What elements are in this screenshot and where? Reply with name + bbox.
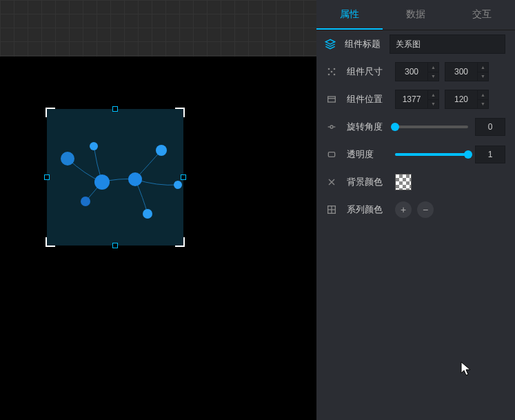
nodes-icon [316, 66, 347, 77]
label-rotation: 旋转角度 [347, 121, 395, 133]
svg-point-5 [143, 209, 152, 219]
svg-point-9 [334, 68, 336, 70]
width-input[interactable]: 300 ▲▼ [395, 62, 439, 81]
svg-point-6 [156, 145, 167, 156]
bgcolor-swatch[interactable] [395, 174, 412, 190]
step-down-icon[interactable]: ▼ [478, 100, 488, 109]
row-size: 组件尺寸 300 ▲▼ 300 ▲▼ [316, 58, 515, 86]
label-size: 组件尺寸 [347, 66, 395, 78]
selection-corner[interactable] [175, 108, 185, 117]
resize-handle[interactable] [44, 174, 50, 180]
slider-thumb[interactable] [464, 150, 472, 159]
rotation-slider[interactable] [395, 126, 468, 128]
svg-point-15 [330, 126, 333, 128]
title-input[interactable] [390, 34, 505, 54]
svg-point-1 [90, 142, 98, 150]
selection-corner[interactable] [175, 237, 185, 247]
label-title: 组件标题 [345, 38, 390, 50]
selection-corner[interactable] [46, 237, 55, 247]
step-up-icon[interactable]: ▲ [428, 90, 438, 100]
label-position: 组件位置 [347, 93, 395, 106]
svg-point-0 [61, 152, 74, 166]
height-input[interactable]: 300 ▲▼ [445, 62, 489, 81]
opacity-icon [316, 149, 347, 160]
step-down-icon[interactable]: ▼ [428, 72, 438, 81]
row-rotation: 旋转角度 0 [316, 113, 515, 141]
row-series-color: 系列颜色 + − [316, 196, 515, 223]
step-up-icon[interactable]: ▲ [428, 63, 438, 72]
tools-icon [316, 177, 347, 188]
opacity-slider[interactable] [395, 153, 468, 156]
label-opacity: 透明度 [347, 148, 395, 161]
resize-handle[interactable] [112, 243, 118, 248]
remove-series-color-button[interactable]: − [417, 201, 434, 218]
step-down-icon[interactable]: ▼ [428, 100, 438, 109]
svg-point-7 [174, 181, 182, 189]
row-position: 组件位置 1377 ▲▼ 120 ▲▼ [316, 86, 515, 113]
label-bgcolor: 背景颜色 [347, 176, 395, 188]
position-icon [316, 94, 347, 105]
selected-component[interactable] [47, 109, 183, 246]
svg-point-3 [94, 174, 110, 190]
svg-point-10 [328, 74, 330, 76]
tab-data[interactable]: 数据 [383, 0, 449, 30]
tab-interact[interactable]: 交互 [449, 0, 515, 30]
svg-rect-13 [328, 97, 336, 102]
step-up-icon[interactable]: ▲ [478, 63, 488, 72]
svg-point-4 [128, 172, 142, 186]
rotate-icon [316, 121, 347, 132]
svg-point-12 [331, 71, 333, 73]
resize-handle[interactable] [181, 174, 186, 180]
row-bgcolor: 背景颜色 [316, 168, 515, 196]
layers-icon [316, 39, 345, 50]
svg-point-2 [81, 197, 90, 206]
properties-list: 组件标题 组件尺寸 300 ▲▼ 300 ▲▼ [316, 30, 515, 420]
grid-icon [316, 204, 347, 215]
canvas-area[interactable] [0, 0, 316, 420]
row-title: 组件标题 [316, 30, 515, 58]
rotation-value[interactable]: 0 [475, 118, 505, 136]
row-opacity: 透明度 1 [316, 141, 515, 168]
label-series-color: 系列颜色 [347, 203, 395, 216]
relation-graph-preview [47, 109, 183, 246]
selection-corner[interactable] [46, 108, 55, 117]
svg-point-8 [328, 68, 330, 70]
svg-rect-18 [328, 152, 334, 157]
resize-handle[interactable] [112, 106, 118, 112]
x-input[interactable]: 1377 ▲▼ [395, 90, 439, 109]
opacity-value[interactable]: 1 [475, 146, 505, 163]
properties-panel: 属性 数据 交互 组件标题 组件尺寸 300 ▲▼ [316, 0, 515, 420]
step-down-icon[interactable]: ▼ [478, 72, 488, 81]
add-series-color-button[interactable]: + [395, 201, 412, 218]
slider-thumb[interactable] [391, 123, 399, 131]
y-input[interactable]: 120 ▲▼ [445, 90, 489, 109]
svg-point-11 [334, 74, 336, 76]
tab-attributes[interactable]: 属性 [316, 0, 383, 30]
panel-tabs: 属性 数据 交互 [316, 0, 515, 30]
step-up-icon[interactable]: ▲ [478, 90, 488, 100]
